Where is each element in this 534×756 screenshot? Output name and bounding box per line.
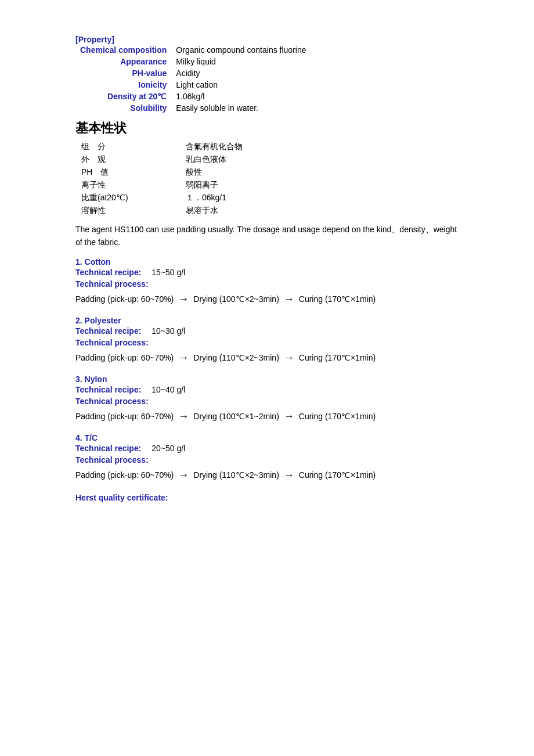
process-step-1: Padding (pick-up: 60~70%) xyxy=(75,353,174,362)
prop-value: Milky liquid xyxy=(171,56,354,67)
process-label-line: Technical process: xyxy=(75,279,459,289)
arrow-icon-2: → xyxy=(284,293,294,305)
recipe-line: Technical recipe: 10~40 g/l xyxy=(75,385,459,395)
property-row: Chemical compositionOrganic compound con… xyxy=(75,44,354,56)
cn-row: 离子性弱阳离子 xyxy=(75,179,248,192)
cn-label: 溶解性 xyxy=(75,204,180,217)
process-step-1: Padding (pick-up: 60~70%) xyxy=(75,412,174,421)
fabric-section: 3. Nylon Technical recipe: 10~40 g/l Tec… xyxy=(75,375,459,423)
intro-text: The agent HS1100 can use padding usually… xyxy=(75,223,459,249)
fabric-sections: 1. Cotton Technical recipe: 15~50 g/l Te… xyxy=(75,257,459,481)
cn-value: 酸性 xyxy=(180,166,248,179)
process-label: Technical process: xyxy=(75,455,149,465)
cn-value: 弱阳离子 xyxy=(180,179,248,192)
process-label: Technical process: xyxy=(75,397,149,406)
process-step-2: Drying (110℃×2~3min) xyxy=(193,470,279,480)
process-label-line: Technical process: xyxy=(75,397,459,406)
cn-label: 离子性 xyxy=(75,179,180,192)
prop-label: Appearance xyxy=(75,56,171,67)
cn-label: 外 观 xyxy=(75,153,180,166)
prop-label: PH-value xyxy=(75,67,171,79)
prop-value: Acidity xyxy=(171,67,354,79)
cn-label: 比重(at20℃) xyxy=(75,192,180,204)
property-row: PH-valueAcidity xyxy=(75,67,354,79)
process-step-3: Curing (170℃×1min) xyxy=(299,470,376,480)
property-table: Chemical compositionOrganic compound con… xyxy=(75,44,354,114)
cn-value: 乳白色液体 xyxy=(180,153,248,166)
fabric-title: 4. T/C xyxy=(75,433,459,442)
prop-label: Chemical composition xyxy=(75,44,171,56)
recipe-line: Technical recipe: 20~50 g/l xyxy=(75,444,459,454)
property-section: [Property] Chemical compositionOrganic c… xyxy=(75,35,459,114)
process-step-2: Drying (100℃×1~2min) xyxy=(193,412,279,421)
recipe-label: Technical recipe: xyxy=(75,444,141,453)
recipe-label: Technical recipe: xyxy=(75,268,141,277)
cn-label: 组 分 xyxy=(75,141,180,153)
process-line: Padding (pick-up: 60~70%) → Drying (100℃… xyxy=(75,293,459,305)
process-step-3: Curing (170℃×1min) xyxy=(299,294,376,304)
prop-label: Solubility xyxy=(75,102,171,114)
property-row: Density at 20℃1.06kg/l xyxy=(75,91,354,102)
fabric-section: 4. T/C Technical recipe: 20~50 g/l Techn… xyxy=(75,433,459,481)
process-label: Technical process: xyxy=(75,338,149,347)
recipe-line: Technical recipe: 10~30 g/l xyxy=(75,326,459,337)
prop-value: Organic compound contains fluorine xyxy=(171,44,354,56)
fabric-section: 2. Polyester Technical recipe: 10~30 g/l… xyxy=(75,316,459,364)
recipe-value: 10~40 g/l xyxy=(143,385,185,394)
arrow-icon-1: → xyxy=(178,411,189,423)
process-line: Padding (pick-up: 60~70%) → Drying (110℃… xyxy=(75,469,459,481)
arrow-icon-1: → xyxy=(178,293,189,305)
property-row: IonicityLight cation xyxy=(75,79,354,91)
fabric-title: 2. Polyester xyxy=(75,316,459,325)
prop-value: Light cation xyxy=(171,79,354,91)
process-step-3: Curing (170℃×1min) xyxy=(299,353,376,362)
process-label: Technical process: xyxy=(75,279,149,289)
fabric-title: 1. Cotton xyxy=(75,257,459,267)
arrow-icon-2: → xyxy=(284,352,294,364)
arrow-icon-1: → xyxy=(178,352,189,364)
arrow-icon-2: → xyxy=(284,469,294,481)
arrow-icon-2: → xyxy=(284,411,294,423)
property-heading: [Property] xyxy=(75,35,459,44)
recipe-value: 10~30 g/l xyxy=(143,326,185,336)
prop-value: Easily soluble in water. xyxy=(171,102,354,114)
process-line: Padding (pick-up: 60~70%) → Drying (110℃… xyxy=(75,352,459,364)
property-row: AppearanceMilky liquid xyxy=(75,56,354,67)
arrow-icon-1: → xyxy=(178,469,189,481)
cn-value: 易溶于水 xyxy=(180,204,248,217)
cn-row: 比重(at20℃)１．06kg/1 xyxy=(75,192,248,204)
property-row: SolubilityEasily soluble in water. xyxy=(75,102,354,114)
process-line: Padding (pick-up: 60~70%) → Drying (100℃… xyxy=(75,411,459,423)
fabric-section: 1. Cotton Technical recipe: 15~50 g/l Te… xyxy=(75,257,459,305)
cn-heading: 基本性状 xyxy=(75,120,459,137)
recipe-line: Technical recipe: 15~50 g/l xyxy=(75,268,459,278)
process-step-1: Padding (pick-up: 60~70%) xyxy=(75,470,174,480)
cn-section: 基本性状 组 分含氟有机化合物外 观乳白色液体PH 值酸性离子性弱阳离子比重(a… xyxy=(75,120,459,217)
recipe-value: 15~50 g/l xyxy=(143,268,185,277)
prop-label: Ionicity xyxy=(75,79,171,91)
recipe-value: 20~50 g/l xyxy=(143,444,185,453)
cn-row: 溶解性易溶于水 xyxy=(75,204,248,217)
process-step-2: Drying (110℃×2~3min) xyxy=(193,353,279,362)
cn-value: １．06kg/1 xyxy=(180,192,248,204)
cn-row: 组 分含氟有机化合物 xyxy=(75,141,248,153)
prop-value: 1.06kg/l xyxy=(171,91,354,102)
recipe-label: Technical recipe: xyxy=(75,385,141,394)
process-step-2: Drying (100℃×2~3min) xyxy=(193,294,279,304)
recipe-label: Technical recipe: xyxy=(75,326,141,336)
cn-value: 含氟有机化合物 xyxy=(180,141,248,153)
process-label-line: Technical process: xyxy=(75,455,459,465)
process-step-1: Padding (pick-up: 60~70%) xyxy=(75,294,174,304)
cn-row: 外 观乳白色液体 xyxy=(75,153,248,166)
process-step-3: Curing (170℃×1min) xyxy=(299,412,376,421)
cn-row: PH 值酸性 xyxy=(75,166,248,179)
herst-title: Herst quality certificate: xyxy=(75,493,459,502)
fabric-title: 3. Nylon xyxy=(75,375,459,384)
cn-table: 组 分含氟有机化合物外 观乳白色液体PH 值酸性离子性弱阳离子比重(at20℃)… xyxy=(75,141,248,217)
cn-label: PH 值 xyxy=(75,166,180,179)
prop-label: Density at 20℃ xyxy=(75,91,171,102)
process-label-line: Technical process: xyxy=(75,338,459,347)
